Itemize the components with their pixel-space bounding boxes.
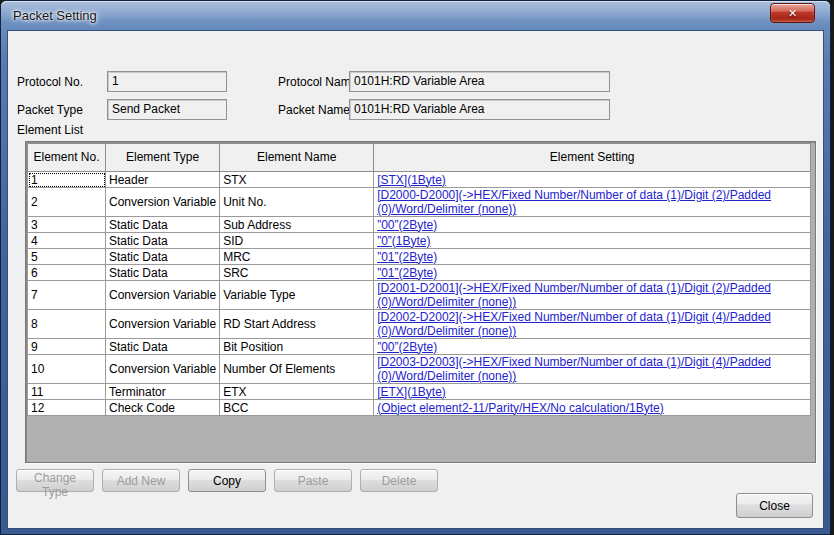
protocol-no-field[interactable]: 1 bbox=[107, 71, 227, 92]
element-no-cell[interactable]: 6 bbox=[28, 265, 106, 281]
element-setting-cell: [D2001-D2001](->HEX/Fixed Number/Number … bbox=[374, 281, 811, 310]
element-name-cell[interactable]: Sub Address bbox=[220, 217, 374, 233]
table-row[interactable]: 2Conversion VariableUnit No.[D2000-D2000… bbox=[28, 188, 811, 217]
action-button-row: Change Type Add New Copy Paste Delete bbox=[16, 469, 438, 492]
element-setting-link[interactable]: ”01”(2Byte) bbox=[377, 250, 437, 264]
table-row[interactable]: 7Conversion VariableVariable Type[D2001-… bbox=[28, 281, 811, 310]
element-type-cell[interactable]: Static Data bbox=[106, 265, 220, 281]
element-setting-cell: (Object element2-11/Parity/HEX/No calcul… bbox=[374, 400, 811, 416]
packet-type-field[interactable]: Send Packet bbox=[107, 99, 227, 120]
packet-name-label: Packet Name bbox=[278, 103, 350, 117]
element-no-cell[interactable]: 12 bbox=[28, 400, 106, 416]
element-type-cell[interactable]: Check Code bbox=[106, 400, 220, 416]
element-list-label: Element List bbox=[17, 123, 83, 137]
column-header: Element Type bbox=[106, 144, 220, 172]
table-row[interactable]: 8Conversion VariableRD Start Address[D20… bbox=[28, 310, 811, 339]
column-header: Element Name bbox=[220, 144, 374, 172]
delete-button[interactable]: Delete bbox=[360, 469, 438, 492]
element-setting-link[interactable]: [ETX](1Byte) bbox=[377, 385, 446, 399]
packet-setting-dialog: Packet Setting ✕ Protocol No. 1 Protocol… bbox=[0, 0, 831, 535]
element-setting-cell: ”0”(1Byte) bbox=[374, 233, 811, 249]
element-name-cell[interactable]: SRC bbox=[220, 265, 374, 281]
element-setting-link[interactable]: ”01”(2Byte) bbox=[377, 266, 437, 280]
packet-name-field[interactable]: 0101H:RD Variable Area bbox=[349, 99, 610, 120]
element-setting-link[interactable]: ”00”(2Byte) bbox=[377, 340, 437, 354]
table-header-row: Element No.Element TypeElement NameEleme… bbox=[28, 144, 811, 172]
table-row[interactable]: 4Static DataSID”0”(1Byte) bbox=[28, 233, 811, 249]
element-no-cell[interactable]: 3 bbox=[28, 217, 106, 233]
element-setting-cell: [D2000-D2000](->HEX/Fixed Number/Number … bbox=[374, 188, 811, 217]
table-row[interactable]: 10Conversion VariableNumber Of Elements[… bbox=[28, 355, 811, 384]
element-no-cell[interactable]: 7 bbox=[28, 281, 106, 310]
window-close-button[interactable]: ✕ bbox=[770, 3, 815, 23]
element-no-cell[interactable]: 4 bbox=[28, 233, 106, 249]
titlebar[interactable]: Packet Setting ✕ bbox=[1, 1, 830, 30]
element-no-cell[interactable]: 1 bbox=[28, 172, 106, 188]
element-table-body: 1HeaderSTX[STX](1Byte)2Conversion Variab… bbox=[28, 172, 811, 416]
element-no-cell[interactable]: 10 bbox=[28, 355, 106, 384]
element-name-cell[interactable]: Unit No. bbox=[220, 188, 374, 217]
element-type-cell[interactable]: Static Data bbox=[106, 217, 220, 233]
element-name-cell[interactable]: BCC bbox=[220, 400, 374, 416]
dialog-client-area: Protocol No. 1 Protocol Name 0101H:RD Va… bbox=[7, 30, 824, 529]
element-setting-cell: ”00”(2Byte) bbox=[374, 217, 811, 233]
table-row[interactable]: 1HeaderSTX[STX](1Byte) bbox=[28, 172, 811, 188]
element-setting-cell: [D2003-D2003](->HEX/Fixed Number/Number … bbox=[374, 355, 811, 384]
paste-button[interactable]: Paste bbox=[274, 469, 352, 492]
copy-button[interactable]: Copy bbox=[188, 469, 266, 492]
packet-type-label: Packet Type bbox=[17, 103, 83, 117]
column-header: Element No. bbox=[28, 144, 106, 172]
add-new-button[interactable]: Add New bbox=[102, 469, 180, 492]
element-setting-link[interactable]: [D2001-D2001](->HEX/Fixed Number/Number … bbox=[377, 281, 771, 309]
table-row[interactable]: 12Check CodeBCC(Object element2-11/Parit… bbox=[28, 400, 811, 416]
element-list-table: Element No.Element TypeElement NameEleme… bbox=[27, 143, 811, 416]
element-name-cell[interactable]: SID bbox=[220, 233, 374, 249]
table-row[interactable]: 3Static DataSub Address”00”(2Byte) bbox=[28, 217, 811, 233]
element-type-cell[interactable]: Header bbox=[106, 172, 220, 188]
change-type-button[interactable]: Change Type bbox=[16, 469, 94, 492]
element-no-cell[interactable]: 9 bbox=[28, 339, 106, 355]
element-setting-cell: ”01”(2Byte) bbox=[374, 265, 811, 281]
protocol-name-field[interactable]: 0101H:RD Variable Area bbox=[349, 71, 610, 92]
element-no-cell[interactable]: 11 bbox=[28, 384, 106, 400]
element-name-cell[interactable]: ETX bbox=[220, 384, 374, 400]
element-setting-link[interactable]: ”00”(2Byte) bbox=[377, 218, 437, 232]
element-type-cell[interactable]: Static Data bbox=[106, 339, 220, 355]
element-name-cell[interactable]: MRC bbox=[220, 249, 374, 265]
protocol-name-label: Protocol Name bbox=[278, 75, 357, 89]
element-list-table-container: Element No.Element TypeElement NameEleme… bbox=[25, 141, 816, 463]
table-row[interactable]: 9Static DataBit Position”00”(2Byte) bbox=[28, 339, 811, 355]
element-type-cell[interactable]: Conversion Variable bbox=[106, 281, 220, 310]
column-header: Element Setting bbox=[374, 144, 811, 172]
table-row[interactable]: 5Static DataMRC”01”(2Byte) bbox=[28, 249, 811, 265]
element-type-cell[interactable]: Conversion Variable bbox=[106, 355, 220, 384]
element-type-cell[interactable]: Static Data bbox=[106, 249, 220, 265]
element-setting-link[interactable]: (Object element2-11/Parity/HEX/No calcul… bbox=[377, 401, 664, 415]
element-type-cell[interactable]: Conversion Variable bbox=[106, 310, 220, 339]
element-type-cell[interactable]: Terminator bbox=[106, 384, 220, 400]
element-type-cell[interactable]: Static Data bbox=[106, 233, 220, 249]
window-title: Packet Setting bbox=[13, 8, 97, 23]
element-name-cell[interactable]: STX bbox=[220, 172, 374, 188]
element-no-cell[interactable]: 5 bbox=[28, 249, 106, 265]
element-setting-cell: [STX](1Byte) bbox=[374, 172, 811, 188]
element-name-cell[interactable]: Number Of Elements bbox=[220, 355, 374, 384]
element-name-cell[interactable]: Bit Position bbox=[220, 339, 374, 355]
element-setting-link[interactable]: [D2000-D2000](->HEX/Fixed Number/Number … bbox=[377, 188, 771, 216]
element-setting-link[interactable]: ”0”(1Byte) bbox=[377, 234, 430, 248]
protocol-no-label: Protocol No. bbox=[17, 75, 83, 89]
element-type-cell[interactable]: Conversion Variable bbox=[106, 188, 220, 217]
element-name-cell[interactable]: RD Start Address bbox=[220, 310, 374, 339]
element-setting-cell: [ETX](1Byte) bbox=[374, 384, 811, 400]
element-setting-cell: ”01”(2Byte) bbox=[374, 249, 811, 265]
table-row[interactable]: 11TerminatorETX[ETX](1Byte) bbox=[28, 384, 811, 400]
element-setting-cell: [D2002-D2002](->HEX/Fixed Number/Number … bbox=[374, 310, 811, 339]
element-setting-link[interactable]: [D2003-D2003](->HEX/Fixed Number/Number … bbox=[377, 355, 771, 383]
table-row[interactable]: 6Static DataSRC”01”(2Byte) bbox=[28, 265, 811, 281]
element-no-cell[interactable]: 8 bbox=[28, 310, 106, 339]
element-setting-link[interactable]: [STX](1Byte) bbox=[377, 173, 446, 187]
element-no-cell[interactable]: 2 bbox=[28, 188, 106, 217]
element-name-cell[interactable]: Variable Type bbox=[220, 281, 374, 310]
element-setting-link[interactable]: [D2002-D2002](->HEX/Fixed Number/Number … bbox=[377, 310, 771, 338]
close-button[interactable]: Close bbox=[736, 493, 813, 518]
